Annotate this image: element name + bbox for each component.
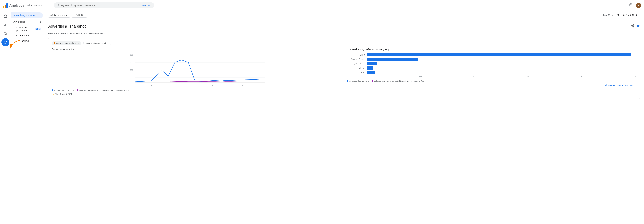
bar-legend-all-label: All selected conversions xyxy=(349,80,369,82)
legend-dot-purple xyxy=(77,90,78,91)
bar-legend-dot-blue xyxy=(347,80,348,82)
legend-all-conversions: All selected conversions xyxy=(52,89,74,91)
legend-attributed: Selected conversions attributed to analy… xyxy=(77,89,129,91)
expand-arrow-planning: ▶ xyxy=(16,40,18,42)
avatar[interactable]: P xyxy=(636,3,641,8)
bar-track-organic-social xyxy=(367,62,636,65)
bar-axis-2-5k: 2.5K xyxy=(632,75,636,77)
search-input[interactable] xyxy=(61,4,140,7)
bar-chart-title: Conversions by Default channel group xyxy=(347,48,636,51)
svg-text:10: 10 xyxy=(150,84,152,86)
apps-grid-icon[interactable] xyxy=(622,3,626,8)
sidebar-content: Advertising snapshot Advertising ▲ Conve… xyxy=(11,11,44,224)
chevron-up-icon: ▲ xyxy=(40,21,42,23)
svg-rect-5 xyxy=(623,5,624,5)
top-header: Analytics All accounts Feedback xyxy=(0,0,644,11)
page-content: Advertising snapshot WHICH CHANNELS DRIV… xyxy=(44,20,644,103)
chevron-down-key-events: ▼ xyxy=(66,14,68,17)
help-icon[interactable] xyxy=(629,3,632,8)
bar-track-email xyxy=(367,71,636,74)
bar-track-referral xyxy=(367,67,636,70)
date-picker[interactable]: Mar 10 - Apr 6, 2024 ▼ xyxy=(617,14,640,17)
bar-legend-all: All selected conversions xyxy=(347,80,369,82)
svg-line-23 xyxy=(632,26,633,27)
bar-legend-attributed: Selected conversions attributed to analy… xyxy=(372,80,424,82)
bar-row-referral: Referral xyxy=(347,67,636,70)
bar-label-email: Email xyxy=(347,71,367,74)
search-bar[interactable]: Feedback xyxy=(54,2,154,9)
page-title-text: Advertising snapshot xyxy=(48,24,86,29)
svg-text:0: 0 xyxy=(132,82,133,84)
bar-fill-referral xyxy=(367,67,374,70)
analytics-property-badge: analytics_googlestore_NA xyxy=(52,41,81,45)
expand-arrow-attribution: ▶ xyxy=(16,35,18,37)
sidebar-nav-reports[interactable] xyxy=(1,21,10,29)
svg-rect-2 xyxy=(623,4,624,4)
chevron-down-conversions: ▼ xyxy=(107,42,109,44)
svg-rect-9 xyxy=(624,6,624,6)
svg-point-20 xyxy=(633,25,634,25)
svg-rect-4 xyxy=(625,4,626,4)
svg-text:17: 17 xyxy=(180,84,182,86)
beta-badge: BETA xyxy=(35,28,42,30)
date-value: Mar 10 - Apr 6, 2024 xyxy=(617,14,637,17)
date-note-text: Mar 15 - Apr 6, 2024 xyxy=(55,93,72,95)
sidebar-item-conversion-performance[interactable]: Conversion performance BETA xyxy=(11,25,44,33)
sparkle-icon[interactable] xyxy=(636,24,640,29)
page-title-area: Advertising snapshot xyxy=(48,24,640,29)
chart-header: analytics_googlestore_NA 5 conversions s… xyxy=(52,41,636,45)
line-chart-title: Conversions over time xyxy=(52,48,342,51)
svg-line-24 xyxy=(632,25,633,26)
svg-text:31: 31 xyxy=(241,84,243,86)
all-accounts-button[interactable]: All accounts xyxy=(27,4,42,7)
conversion-performance-label: Conversion performance xyxy=(16,26,33,32)
header-right: P xyxy=(622,3,641,8)
analytics-logo-icon xyxy=(3,3,8,8)
line-chart-svg: 600 400 200 0 10 Mar 17 24 31 xyxy=(52,53,342,87)
svg-rect-7 xyxy=(625,5,626,5)
bar-fill-email xyxy=(367,71,376,74)
feedback-link[interactable]: Feedback xyxy=(142,4,152,7)
share-icon[interactable] xyxy=(631,24,634,29)
conversions-selected-label: 5 conversions selected xyxy=(85,42,106,44)
sidebar-item-planning[interactable]: ▶ Planning xyxy=(11,38,44,44)
svg-text:600: 600 xyxy=(130,54,133,56)
add-filter-button[interactable]: + Add filter xyxy=(72,13,87,18)
bar-track-direct xyxy=(367,53,636,56)
sidebar-nav-explore[interactable] xyxy=(1,30,10,38)
svg-rect-10 xyxy=(625,6,626,6)
sidebar-nav-advertising[interactable] xyxy=(1,38,10,46)
bar-fill-organic-search xyxy=(367,58,418,61)
main-content: 3/3 key events ▼ + Add filter Last 28 da… xyxy=(44,11,644,224)
bar-chart-legend: All selected conversions Selected conver… xyxy=(347,80,636,82)
plus-icon: + xyxy=(74,14,76,17)
svg-line-1 xyxy=(58,6,59,6)
svg-rect-8 xyxy=(623,6,624,6)
key-events-filter[interactable]: 3/3 key events ▼ xyxy=(48,13,70,18)
svg-text:Mar: Mar xyxy=(150,86,153,87)
sidebar-nav-icons xyxy=(0,11,11,224)
bar-fill-organic-social xyxy=(367,62,377,65)
sidebar-item-attribution[interactable]: ▶ Attribution xyxy=(11,33,44,38)
sidebar-section-advertising[interactable]: Advertising ▲ xyxy=(11,19,44,25)
bar-label-direct: Direct xyxy=(347,54,367,56)
add-filter-label: Add filter xyxy=(76,14,84,17)
logo-bar-2 xyxy=(4,5,6,8)
svg-text:24: 24 xyxy=(211,84,213,86)
charts-grid: Conversions over time 600 400 200 0 xyxy=(52,48,636,95)
legend-all-conversions-label: All selected conversions xyxy=(54,89,74,91)
sidebar-nav-home[interactable] xyxy=(1,12,10,20)
view-link-text: View conversion performance → xyxy=(605,84,636,87)
bar-axis-500: 500 xyxy=(418,75,422,77)
conversions-selector[interactable]: 5 conversions selected ▼ xyxy=(83,41,111,45)
bar-label-organic-social: Organic Social xyxy=(347,63,367,65)
bar-axis: 0 500 1K 1.5K 2K 2.5K xyxy=(347,75,636,77)
view-conversion-performance-link[interactable]: View conversion performance → xyxy=(347,84,636,87)
sidebar-item-advertising-snapshot[interactable]: Advertising snapshot xyxy=(11,13,43,19)
toolbar-right: Last 28 days Mar 10 - Apr 6, 2024 ▼ xyxy=(603,14,640,17)
bar-row-organic-search: Organic Search xyxy=(347,58,636,61)
all-accounts-label: All accounts xyxy=(27,4,40,7)
warning-icon: ⚠ xyxy=(52,93,54,95)
toolbar-left: 3/3 key events ▼ + Add filter xyxy=(48,13,87,18)
date-note: ⚠ Mar 15 - Apr 6, 2024 xyxy=(52,93,342,95)
